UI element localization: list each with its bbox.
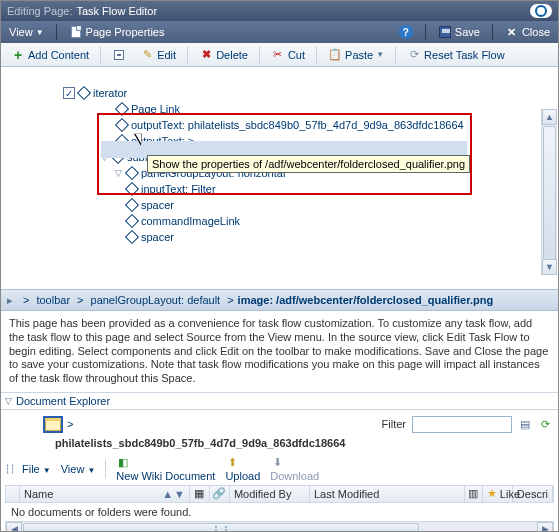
tree-node-spacer-2[interactable]: spacer <box>5 229 558 245</box>
paste-label: Paste <box>345 49 373 61</box>
reset-label: Reset Task Flow <box>424 49 505 61</box>
column-description[interactable]: Descri <box>513 486 553 502</box>
save-button[interactable]: Save <box>434 24 484 40</box>
column-desc-label: Descri <box>517 488 548 500</box>
tree-node-input-text[interactable]: inputText: Filter <box>5 181 558 197</box>
scroll-up-button[interactable]: ▲ <box>542 109 557 125</box>
column-name[interactable]: Name ▲▼ <box>20 486 190 502</box>
doc-toolbar: ┆┆ File ▼ View ▼ ◧ New Wiki Document ⬆ U… <box>5 453 554 485</box>
scroll-thumb[interactable] <box>543 126 556 268</box>
sort-desc-icon[interactable]: ▼ <box>174 488 185 500</box>
column-icon-2[interactable]: 🔗 <box>210 486 230 502</box>
title-bar: Editing Page: Task Flow Editor <box>1 1 558 21</box>
advanced-filter-icon[interactable]: ▤ <box>518 417 532 431</box>
show-catalog-button[interactable] <box>106 45 132 65</box>
help-icon: ? <box>399 25 413 39</box>
node-label: spacer <box>141 231 174 243</box>
node-label: Page Link <box>131 103 180 115</box>
scroll-thumb[interactable] <box>23 523 419 532</box>
clipboard-icon: 📋 <box>328 48 342 62</box>
separator <box>187 46 188 64</box>
file-menu[interactable]: File ▼ <box>19 462 54 476</box>
horizontal-scrollbar[interactable]: ◀ ▶ <box>5 521 554 532</box>
tree-node-spacer-1[interactable]: spacer <box>5 197 558 213</box>
download-icon: ⬇ <box>270 456 284 470</box>
node-label: inputText: Filter <box>141 183 216 195</box>
source-tree[interactable]: ✓ iterator Page Link outputText: philate… <box>1 67 558 289</box>
add-content-button[interactable]: + Add Content <box>5 45 95 65</box>
scroll-down-button[interactable]: ▼ <box>542 259 557 275</box>
node-icon <box>77 86 91 100</box>
checkbox-icon[interactable]: ✓ <box>63 87 75 99</box>
new-wiki-button[interactable]: ◧ New Wiki Document <box>113 455 218 483</box>
sort-asc-icon[interactable]: ▲ <box>162 488 173 500</box>
oracle-logo <box>530 4 552 18</box>
file-menu-label: File <box>22 463 40 475</box>
cut-button[interactable]: ✂ Cut <box>265 45 311 65</box>
empty-message: No documents or folders were found. <box>5 503 554 521</box>
scroll-right-button[interactable]: ▶ <box>537 522 553 532</box>
separator <box>395 46 396 64</box>
breadcrumb-expand-icon[interactable]: ▸ <box>7 294 19 307</box>
view-menu-docs[interactable]: View ▼ <box>58 462 99 476</box>
document-explorer-header[interactable]: ▽ Document Explorer <box>1 392 558 410</box>
cut-label: Cut <box>288 49 305 61</box>
tree-vertical-scrollbar[interactable]: ▲ ▼ <box>541 109 557 275</box>
chevron-down-icon: ▼ <box>87 466 95 475</box>
row-selector-header[interactable] <box>6 486 20 502</box>
tree-node-page-link[interactable]: Page Link <box>5 101 558 117</box>
folder-icon[interactable] <box>45 418 61 431</box>
view-menu[interactable]: View ▼ <box>5 25 48 39</box>
title-label: Editing Page: <box>7 5 72 17</box>
page-properties-button[interactable]: Page Properties <box>65 24 169 40</box>
table-header: Name ▲▼ ▦ 🔗 Modified By Last Modified ▥ … <box>5 485 554 503</box>
edit-toolbar: + Add Content ✎ Edit ✖ Delete ✂ Cut 📋 Pa… <box>1 43 558 67</box>
tooltip: Show the properties of /adf/webcenter/fo… <box>147 155 470 173</box>
edit-button[interactable]: ✎ Edit <box>134 45 182 65</box>
collapse-icon[interactable]: ▽ <box>5 396 12 406</box>
info-text: This page has been provided as a conveni… <box>1 311 558 392</box>
delete-button[interactable]: ✖ Delete <box>193 45 254 65</box>
breadcrumb-item[interactable]: panelGroupLayout: default <box>88 293 224 307</box>
path-row: > Filter ▤ ⟳ <box>5 412 554 437</box>
scroll-left-button[interactable]: ◀ <box>6 522 22 532</box>
node-icon <box>125 166 139 180</box>
filter-input[interactable] <box>412 416 512 433</box>
column-icon-3[interactable]: ▥ <box>465 486 483 502</box>
drag-handle-icon[interactable]: ┆┆ <box>5 464 15 474</box>
separator <box>316 46 317 64</box>
column-like[interactable]: ★ Like <box>483 486 513 502</box>
download-button[interactable]: ⬇ Download <box>267 455 322 483</box>
collapse-icon[interactable]: ▽ <box>113 168 123 178</box>
paste-button[interactable]: 📋 Paste ▼ <box>322 45 390 65</box>
plus-icon: + <box>11 48 25 62</box>
chevron-down-icon: ▼ <box>36 28 44 37</box>
node-label: iterator <box>93 87 127 99</box>
separator <box>100 46 101 64</box>
upload-button[interactable]: ⬆ Upload <box>222 455 263 483</box>
breadcrumb-item[interactable]: toolbar <box>33 293 73 307</box>
upload-label: Upload <box>225 470 260 482</box>
menu-bar: View ▼ Page Properties ? Save ✕ Close <box>1 21 558 43</box>
lock-col-icon: ▥ <box>468 487 478 500</box>
refresh-icon[interactable]: ⟳ <box>538 417 552 431</box>
node-label: spacer <box>141 199 174 211</box>
page-properties-icon <box>69 25 83 39</box>
tree-node-iterator[interactable]: ✓ iterator <box>5 85 558 101</box>
tree-node-output-text-1[interactable]: outputText: philatelists_sbdc849b0_57fb_… <box>5 117 558 133</box>
node-icon <box>115 102 129 116</box>
document-explorer-title: Document Explorer <box>16 395 110 407</box>
reset-task-flow-button[interactable]: ⟳ Reset Task Flow <box>401 45 511 65</box>
delete-icon: ✖ <box>199 48 213 62</box>
column-last-modified[interactable]: Last Modified <box>310 486 465 502</box>
filter-label: Filter <box>382 418 406 430</box>
tree-node-command-image-link[interactable]: commandImageLink <box>5 213 558 229</box>
breadcrumb-sep: > <box>227 294 233 306</box>
close-button[interactable]: ✕ Close <box>501 24 554 40</box>
save-label: Save <box>455 26 480 38</box>
column-icon-1[interactable]: ▦ <box>190 486 210 502</box>
column-modified-by[interactable]: Modified By <box>230 486 310 502</box>
node-icon <box>125 214 139 228</box>
pencil-icon: ✎ <box>140 48 154 62</box>
help-button[interactable]: ? <box>395 24 417 40</box>
